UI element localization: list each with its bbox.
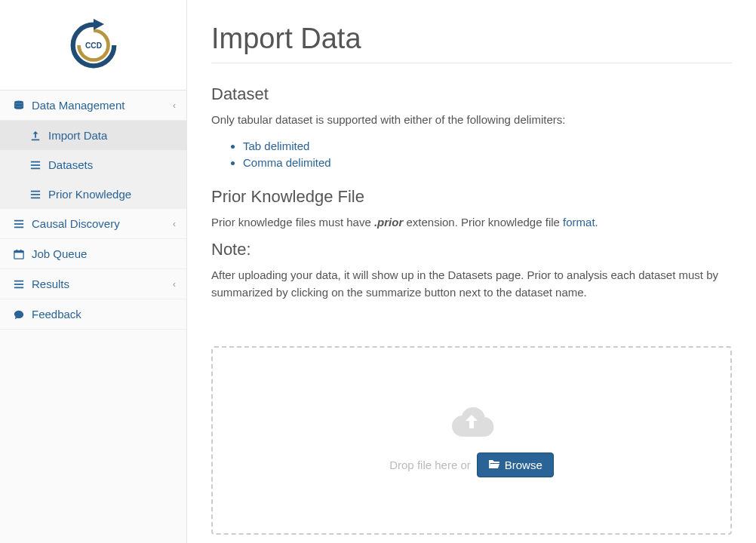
nav-item-job-queue[interactable]: Job Queue bbox=[0, 239, 186, 269]
prior-text: Prior knowledge files must have .prior e… bbox=[211, 214, 732, 232]
nav-sub-import-data[interactable]: Import Data bbox=[0, 121, 186, 150]
chevron-left-icon: ‹ bbox=[173, 219, 176, 229]
nav-sub-label: Datasets bbox=[48, 158, 93, 171]
svg-marker-0 bbox=[94, 18, 104, 29]
browse-button[interactable]: Browse bbox=[477, 452, 554, 477]
list-icon bbox=[12, 279, 26, 290]
svg-rect-8 bbox=[31, 197, 40, 198]
nav-sub-label: Import Data bbox=[48, 129, 107, 142]
file-dropzone[interactable]: Drop file here or Browse bbox=[211, 346, 732, 535]
main-content: Import Data Dataset Only tabular dataset… bbox=[187, 0, 756, 543]
sidebar: CCD Data Management ‹ Import Data Datase… bbox=[0, 0, 187, 543]
svg-rect-7 bbox=[31, 194, 40, 195]
delimiter-tab[interactable]: Tab delimited bbox=[243, 138, 732, 155]
cloud-upload-icon bbox=[447, 404, 496, 443]
nav-label: Results bbox=[32, 278, 69, 290]
note-heading: Note: bbox=[211, 240, 732, 259]
page-title: Import Data bbox=[211, 23, 732, 63]
svg-rect-4 bbox=[31, 164, 40, 166]
drop-text: Drop file here or Browse bbox=[389, 452, 554, 477]
calendar-icon bbox=[12, 249, 26, 259]
svg-rect-15 bbox=[20, 249, 22, 251]
nav-label: Feedback bbox=[32, 308, 81, 321]
dataset-heading: Dataset bbox=[211, 84, 732, 104]
note-text: After uploading your data, it will show … bbox=[211, 267, 732, 301]
dataset-text: Only tabular dataset is supported with e… bbox=[211, 112, 732, 129]
list-icon bbox=[29, 189, 42, 200]
logo-area: CCD bbox=[0, 0, 186, 90]
nav-sub-datasets[interactable]: Datasets bbox=[0, 150, 186, 179]
svg-rect-17 bbox=[14, 284, 23, 285]
nav-sub-data-management: Import Data Datasets Prior Knowledge bbox=[0, 121, 186, 209]
svg-rect-18 bbox=[14, 287, 23, 288]
svg-rect-6 bbox=[31, 190, 40, 192]
svg-rect-3 bbox=[31, 161, 40, 162]
svg-text:CCD: CCD bbox=[85, 41, 102, 49]
folder-open-icon bbox=[488, 459, 500, 471]
nav-item-results[interactable]: Results ‹ bbox=[0, 269, 186, 299]
svg-rect-13 bbox=[14, 250, 23, 253]
nav-label: Causal Discovery bbox=[32, 217, 120, 230]
chevron-left-icon: ‹ bbox=[173, 279, 176, 290]
svg-rect-5 bbox=[31, 167, 40, 169]
nav: Data Management ‹ Import Data Datasets bbox=[0, 90, 186, 330]
svg-point-2 bbox=[14, 100, 23, 103]
upload-icon bbox=[29, 130, 42, 141]
nav-sub-prior-knowledge[interactable]: Prior Knowledge bbox=[0, 179, 186, 209]
sliders-icon bbox=[12, 219, 26, 229]
prior-heading: Prior Knowledge File bbox=[211, 187, 732, 207]
format-link[interactable]: format bbox=[563, 216, 595, 229]
svg-rect-10 bbox=[14, 223, 23, 225]
nav-item-data-management[interactable]: Data Management ‹ bbox=[0, 90, 186, 121]
prior-ext: .prior bbox=[374, 216, 403, 229]
svg-rect-14 bbox=[17, 249, 18, 251]
database-icon bbox=[12, 100, 26, 111]
nav-item-causal-discovery[interactable]: Causal Discovery ‹ bbox=[0, 209, 186, 239]
svg-rect-16 bbox=[14, 280, 23, 281]
delimiter-comma[interactable]: Comma delimited bbox=[243, 155, 732, 172]
delimiter-list: Tab delimited Comma delimited bbox=[211, 138, 732, 172]
svg-rect-9 bbox=[14, 219, 23, 221]
chevron-left-icon: ‹ bbox=[173, 100, 176, 111]
nav-label: Job Queue bbox=[32, 247, 87, 260]
svg-rect-11 bbox=[14, 226, 23, 228]
nav-item-feedback[interactable]: Feedback bbox=[0, 299, 186, 330]
nav-sub-label: Prior Knowledge bbox=[48, 188, 131, 201]
list-icon bbox=[29, 160, 42, 170]
nav-label: Data Management bbox=[32, 99, 124, 112]
comment-icon bbox=[12, 309, 26, 320]
ccd-logo-icon: CCD bbox=[64, 16, 123, 75]
